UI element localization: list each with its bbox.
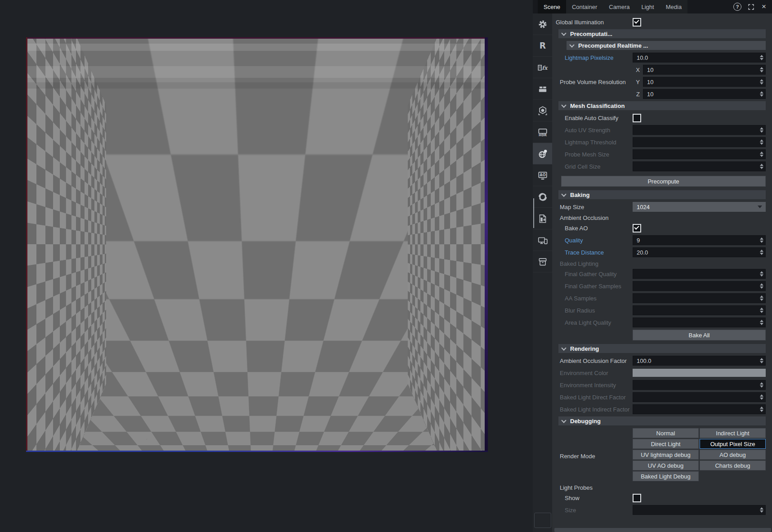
precompute-button[interactable]: Precompute bbox=[561, 176, 766, 187]
sidebar-video-fx-button[interactable]: fx bbox=[533, 57, 552, 78]
sidebar-bricks-button[interactable] bbox=[533, 78, 552, 100]
final-gather-quality-input[interactable] bbox=[633, 269, 766, 279]
tab-media[interactable]: Media bbox=[660, 0, 687, 13]
spinner-control[interactable] bbox=[759, 380, 764, 389]
lightmap-threshold-input[interactable] bbox=[633, 137, 766, 147]
spinner-control[interactable] bbox=[759, 505, 764, 514]
spinner-control[interactable] bbox=[759, 269, 764, 278]
baked-light-indirect-factor-input[interactable] bbox=[633, 404, 766, 414]
spinner-control[interactable] bbox=[759, 282, 764, 291]
sidebar-loop-button[interactable] bbox=[533, 186, 552, 208]
render-mode-uv-ao-debug-button[interactable]: UV AO debug bbox=[633, 460, 699, 470]
sidebar-prefab-button[interactable] bbox=[533, 100, 552, 121]
baked-light-direct-factor-input[interactable] bbox=[633, 392, 766, 402]
svg-text:fx: fx bbox=[542, 64, 548, 71]
iconstrip-scroll-thumb[interactable] bbox=[533, 198, 534, 228]
enable-auto-classify-label: Enable Auto Classify bbox=[552, 115, 633, 121]
area-light-quality-input[interactable] bbox=[633, 317, 766, 327]
render-mode-uv-lightmap-debug-button[interactable]: UV lightmap debug bbox=[633, 450, 699, 460]
prefab-icon bbox=[537, 105, 548, 116]
render-mode-direct-light-button[interactable]: Direct Light bbox=[633, 439, 699, 449]
section-header-mesh-classification[interactable]: Mesh Classification bbox=[558, 101, 766, 110]
spinner-control[interactable] bbox=[759, 306, 764, 315]
sidebar-settings-gear-button[interactable] bbox=[533, 13, 552, 35]
axis-z-input[interactable]: 10 bbox=[643, 89, 766, 99]
spinner-control[interactable] bbox=[759, 125, 764, 134]
show-checkbox[interactable] bbox=[633, 494, 641, 502]
render-mode-baked-light-debug-button[interactable]: Baked Light Debug bbox=[633, 471, 699, 481]
viewport-3d[interactable]: ( vizrt ) bbox=[0, 0, 533, 532]
sidebar-global-illumination-button[interactable] bbox=[533, 143, 552, 165]
axis-y-input[interactable]: 10 bbox=[643, 77, 766, 87]
quality-input[interactable]: 9 bbox=[633, 235, 766, 245]
chevron-down-icon bbox=[561, 192, 566, 197]
render-mode-charts-debug-button[interactable]: Charts debug bbox=[700, 460, 766, 470]
spinner-control[interactable] bbox=[759, 65, 764, 74]
button-row: Bake All bbox=[552, 330, 766, 340]
field-value: 10.0 bbox=[637, 54, 648, 61]
section-header-rendering[interactable]: Rendering bbox=[558, 344, 766, 353]
spinner-control[interactable] bbox=[759, 236, 764, 245]
viewport-edge-right bbox=[485, 37, 488, 452]
spinner-control[interactable] bbox=[759, 248, 764, 257]
horizontal-scrollbar[interactable] bbox=[554, 528, 771, 532]
map-size-dropdown[interactable]: 1024 bbox=[633, 202, 766, 212]
sidebar-image-import-button[interactable] bbox=[533, 208, 552, 229]
spinner-control[interactable] bbox=[759, 162, 764, 171]
environment-color-swatch[interactable] bbox=[633, 369, 766, 377]
spinner-control[interactable] bbox=[759, 150, 764, 159]
render-mode-ao-debug-button[interactable]: AO debug bbox=[700, 450, 766, 460]
section-header-baking[interactable]: Baking bbox=[558, 190, 766, 199]
size-input[interactable] bbox=[633, 505, 766, 515]
aa-samples-input[interactable] bbox=[633, 293, 766, 303]
tab-container[interactable]: Container bbox=[566, 0, 603, 13]
section-header-precomputed-realtime[interactable]: Precomputed Realtime ... bbox=[567, 41, 766, 50]
spinner-control[interactable] bbox=[759, 53, 764, 62]
axis-x-input[interactable]: 10 bbox=[643, 65, 766, 75]
section-header-precomputati[interactable]: Precomputati... bbox=[558, 29, 766, 38]
global-illumination-checkbox[interactable] bbox=[633, 18, 641, 27]
ambient-occlusion-icon: AO bbox=[537, 170, 548, 181]
render-mode-output-pixel-size-button[interactable]: Output Pixel Size bbox=[700, 439, 766, 449]
spinner-control[interactable] bbox=[759, 405, 764, 414]
spinner-control[interactable] bbox=[759, 77, 764, 86]
dropdown-caret-icon bbox=[758, 206, 762, 208]
environment-intensity-input[interactable] bbox=[633, 380, 766, 390]
spinner-control[interactable] bbox=[759, 318, 764, 327]
spinner-control[interactable] bbox=[759, 393, 764, 402]
probe-mesh-size-input[interactable] bbox=[633, 149, 766, 159]
help-icon[interactable]: ? bbox=[733, 3, 741, 11]
trace-distance-input[interactable]: 20.0 bbox=[633, 247, 766, 257]
spinner-control[interactable] bbox=[759, 294, 764, 303]
lightmap-pixelsize-input[interactable]: 10.0 bbox=[633, 53, 766, 63]
auto-uv-strength-input[interactable] bbox=[633, 125, 766, 135]
ambient-occlusion-factor-input[interactable]: 100.0 bbox=[633, 356, 766, 366]
sidebar-hdr-button[interactable]: HDR bbox=[533, 121, 552, 143]
render-mode-indirect-light-button[interactable]: Indirect Light bbox=[700, 428, 766, 438]
sidebar-devices-button[interactable] bbox=[533, 229, 552, 251]
section-header-debugging[interactable]: Debugging bbox=[558, 416, 766, 425]
sidebar-r-logo-button[interactable]: R bbox=[533, 35, 552, 57]
close-icon[interactable]: × bbox=[760, 3, 768, 10]
spinner-control[interactable] bbox=[759, 89, 764, 98]
chevron-down-icon bbox=[569, 42, 574, 47]
sidebar-ambient-occlusion-button[interactable]: AO bbox=[533, 165, 552, 186]
tool-icon-strip: RfxHDRAO bbox=[533, 13, 552, 532]
bake-ao-checkbox[interactable] bbox=[633, 224, 641, 232]
render-mode-normal-button[interactable]: Normal bbox=[633, 428, 699, 438]
bake-all-button[interactable]: Bake All bbox=[633, 330, 766, 340]
grid-cell-size-input[interactable] bbox=[633, 161, 766, 171]
final-gather-samples-input[interactable] bbox=[633, 281, 766, 291]
svg-text:AO: AO bbox=[540, 173, 545, 177]
spinner-control[interactable] bbox=[759, 356, 764, 365]
sidebar-archive-button[interactable] bbox=[533, 251, 552, 273]
lightmap-pixelsize-label: Lightmap Pixelsize bbox=[552, 54, 633, 61]
baked-light-direct-factor-label: Baked Light Direct Factor bbox=[552, 394, 633, 401]
enable-auto-classify-checkbox[interactable] bbox=[633, 114, 641, 122]
spinner-control[interactable] bbox=[759, 138, 764, 147]
maximize-icon[interactable] bbox=[747, 3, 754, 10]
tab-camera[interactable]: Camera bbox=[603, 0, 635, 13]
blur-radius-input[interactable] bbox=[633, 305, 766, 315]
tab-light[interactable]: Light bbox=[636, 0, 660, 13]
tab-scene[interactable]: Scene bbox=[538, 0, 566, 13]
